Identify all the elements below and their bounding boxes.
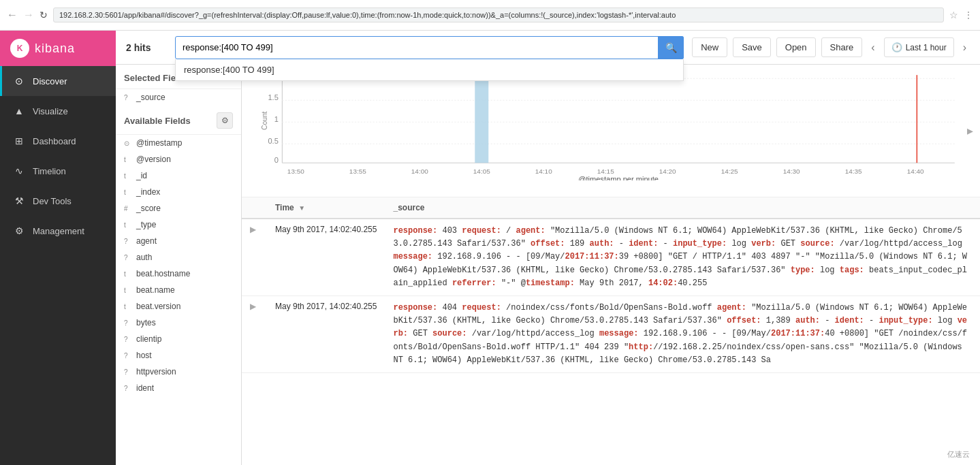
dashboard-icon: ⊞ [12, 134, 26, 148]
sidebar-item-devtools[interactable]: ⚒ Dev Tools [0, 186, 116, 216]
back-button[interactable]: ← [7, 9, 18, 21]
visualize-icon: ▲ [12, 104, 26, 118]
field-name: beat.version [136, 302, 180, 311]
forward-button[interactable]: → [23, 9, 34, 21]
field-name: _type [136, 220, 156, 229]
svg-text:14:25: 14:25 [721, 167, 738, 175]
svg-text:13:55: 13:55 [349, 167, 366, 175]
available-fields-title: Available Fields [124, 116, 191, 126]
discover-icon: ⊙ [12, 74, 26, 88]
body-area: Selected Fields ? _source Available Fiel… [116, 65, 980, 465]
save-button[interactable]: Save [733, 37, 771, 57]
chart-svg: 2 1.5 1 0.5 0 Count [252, 71, 970, 180]
col-source-header: _source [385, 197, 980, 219]
kibana-header: 2 hits 🔍 response:[400 TO 499] New Save … [116, 31, 980, 65]
field-name: beat.name [136, 285, 175, 295]
available-field-item[interactable]: #_score [116, 200, 241, 217]
svg-text:1: 1 [274, 116, 279, 124]
sidebar-item-visualize[interactable]: ▲ Visualize [0, 96, 116, 126]
field-name: beat.hostname [136, 269, 190, 278]
svg-text:14:20: 14:20 [659, 167, 676, 175]
selected-field-source[interactable]: ? _source [116, 89, 241, 106]
autocomplete-dropdown: response:[400 TO 499] [175, 59, 684, 81]
search-input[interactable] [175, 36, 684, 59]
svg-text:0: 0 [274, 157, 279, 165]
available-field-item[interactable]: tbeat.name [116, 282, 241, 298]
available-field-item[interactable]: ?ident [116, 380, 241, 396]
sidebar-logo[interactable]: K kibana [0, 31, 116, 66]
sidebar-item-dashboard[interactable]: ⊞ Dashboard [0, 126, 116, 156]
available-field-item[interactable]: tbeat.hostname [116, 266, 241, 282]
refresh-button[interactable]: ↻ [39, 10, 48, 20]
share-button[interactable]: Share [821, 37, 863, 57]
expand-cell[interactable]: ▶ [242, 219, 267, 295]
available-field-item[interactable]: ?bytes [116, 315, 241, 331]
field-name: host [136, 351, 152, 360]
time-picker-button[interactable]: 🕐 Last 1 hour [884, 37, 954, 57]
new-button[interactable]: New [692, 37, 727, 57]
logo-text: kibana [35, 42, 75, 56]
field-type-badge: ? [124, 94, 132, 101]
table-row: ▶ May 9th 2017, 14:02:40.255 response: 4… [242, 295, 980, 372]
field-name: clientip [136, 334, 161, 344]
available-field-item[interactable]: ⊙@timestamp [116, 135, 241, 151]
field-type-badge: ? [124, 319, 132, 327]
field-type-badge: ? [124, 336, 132, 343]
menu-button[interactable]: ⋮ [964, 10, 973, 20]
available-field-item[interactable]: ?httpversion [116, 364, 241, 380]
svg-text:1.5: 1.5 [268, 94, 278, 102]
devtools-icon: ⚒ [12, 194, 26, 208]
results-tbody: ▶ May 9th 2017, 14:02:40.255 response: 4… [242, 219, 980, 372]
sidebar-item-label: Visualize [33, 106, 68, 116]
svg-text:14:35: 14:35 [845, 167, 862, 175]
field-type-badge: # [124, 205, 132, 212]
time-fwd-arrow[interactable]: › [960, 40, 970, 55]
chart-toggle-button[interactable]: ▸ [967, 123, 973, 138]
field-type-badge: t [124, 172, 132, 180]
available-field-item[interactable]: t_type [116, 217, 241, 233]
available-field-item[interactable]: t_id [116, 167, 241, 184]
svg-text:0.5: 0.5 [268, 138, 278, 146]
field-name: @version [136, 155, 171, 164]
sidebar-item-timelion[interactable]: ∿ Timelion [0, 156, 116, 186]
time-cell: May 9th 2017, 14:02:40.255 [267, 219, 385, 295]
available-field-item[interactable]: ?auth [116, 249, 241, 266]
gear-button[interactable]: ⚙ [217, 112, 233, 129]
autocomplete-item[interactable]: response:[400 TO 499] [176, 59, 683, 80]
source-cell: response: 404 request: /noindex/css/font… [385, 295, 980, 372]
sidebar: K kibana ⊙ Discover ▲ Visualize ⊞ Dashbo… [0, 31, 116, 465]
address-bar[interactable]: 192.168.2.30:5601/app/kibana#/discover?_… [53, 7, 944, 22]
field-type-badge: ? [124, 352, 132, 359]
col-time-header[interactable]: Time ▼ [267, 197, 385, 219]
results-area[interactable]: Time ▼ _source ▶ May 9th 2017, 14:02:40.… [242, 197, 980, 465]
star-button[interactable]: ☆ [949, 10, 958, 20]
time-back-arrow[interactable]: ‹ [868, 40, 878, 55]
left-panel: Selected Fields ? _source Available Fiel… [116, 65, 242, 465]
available-fields-header: Available Fields ⚙ [116, 106, 241, 135]
field-type-badge: ? [124, 254, 132, 261]
svg-text:Count: Count [260, 111, 268, 130]
available-field-item[interactable]: ?host [116, 347, 241, 364]
svg-rect-12 [475, 80, 488, 163]
hits-count: 2 hits [126, 42, 167, 53]
available-field-item[interactable]: t@version [116, 151, 241, 167]
field-name: _index [136, 187, 160, 197]
available-field-item[interactable]: ?agent [116, 233, 241, 249]
management-icon: ⚙ [12, 224, 26, 238]
field-type-badge: t [124, 156, 132, 163]
sidebar-item-label: Dev Tools [33, 196, 72, 206]
open-button[interactable]: Open [776, 37, 816, 57]
search-button[interactable]: 🔍 [658, 36, 684, 59]
field-name: _score [136, 204, 161, 213]
available-field-item[interactable]: ?clientip [116, 331, 241, 347]
field-type-badge: ? [124, 238, 132, 245]
available-field-item[interactable]: tbeat.version [116, 298, 241, 315]
sidebar-item-management[interactable]: ⚙ Management [0, 216, 116, 246]
field-name: auth [136, 253, 152, 262]
logo-icon: K [10, 39, 29, 58]
source-cell: response: 403 request: / agent: "Mozilla… [385, 219, 980, 295]
available-field-item[interactable]: t_index [116, 184, 241, 200]
right-panel: ▸ 2 1.5 1 0.5 0 Count [242, 65, 980, 465]
expand-cell[interactable]: ▶ [242, 295, 267, 372]
sidebar-item-discover[interactable]: ⊙ Discover [0, 66, 116, 96]
